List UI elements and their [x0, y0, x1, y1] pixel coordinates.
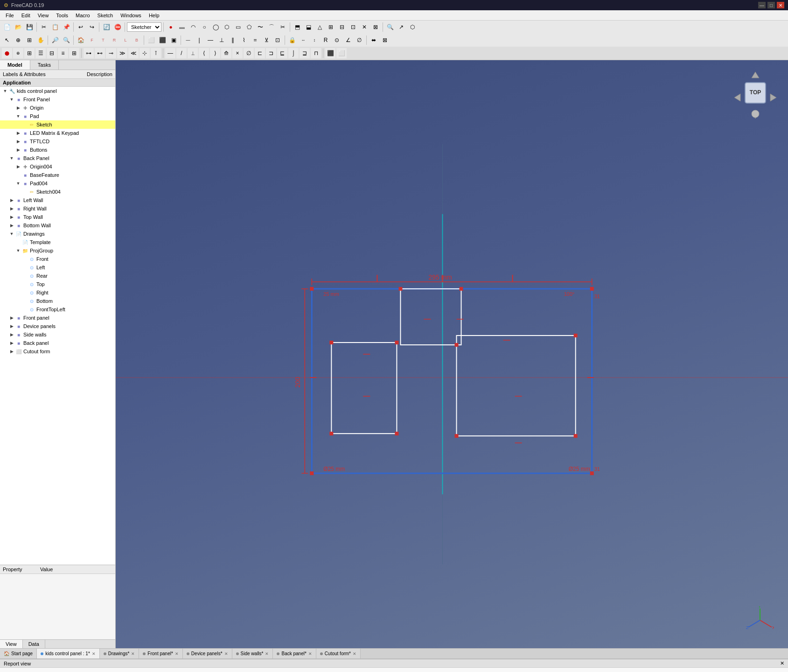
tree-item-pad004[interactable]: ▼ ■ Pad004	[0, 179, 115, 188]
geom-btn2[interactable]: /	[176, 48, 187, 58]
tree-item-back-panel[interactable]: ▼ ■ Back Panel	[0, 154, 115, 162]
tab-kids-control-panel[interactable]: kids control panel : 1* ✕	[37, 649, 100, 658]
tree-item-rear-view[interactable]: ⊙ Rear	[0, 272, 115, 280]
menu-windows[interactable]: Windows	[117, 12, 145, 19]
sketch-btn8[interactable]: ✕	[359, 22, 370, 32]
expand-rear-view[interactable]	[21, 273, 28, 279]
view-front-btn[interactable]: F	[87, 35, 97, 45]
view-home-btn[interactable]: 🏠	[76, 35, 86, 45]
expand-back-panel[interactable]: ▼	[8, 155, 15, 161]
view-left-btn[interactable]: L	[120, 35, 131, 45]
stop-btn[interactable]: ⛔	[112, 22, 123, 32]
tab-view[interactable]: View	[0, 640, 23, 648]
shaded-btn[interactable]: ⬛	[157, 35, 167, 45]
close-button[interactable]: ✕	[777, 2, 784, 8]
view-back-btn[interactable]: B	[132, 35, 142, 45]
tree-item-origin004[interactable]: ▶ ✚ Origin004	[0, 162, 115, 171]
new-file-btn[interactable]: 📄	[2, 22, 12, 32]
minimize-button[interactable]: —	[758, 2, 766, 8]
sk3-btn5[interactable]: ⊟	[47, 48, 57, 58]
geom-btn10[interactable]: ⊐	[266, 48, 276, 58]
geom-btn9[interactable]: ⊏	[255, 48, 265, 58]
tab-cutout-form[interactable]: Cutout form* ✕	[316, 649, 361, 658]
constr-block-btn[interactable]: ⊡	[272, 35, 283, 45]
expand-base-feature[interactable]	[15, 172, 21, 178]
fillet-btn[interactable]: ⌒	[266, 22, 277, 32]
sketch-btn7[interactable]: ⊡	[348, 22, 358, 32]
arr-btn7[interactable]: ⊺	[151, 48, 161, 58]
polyline-btn[interactable]: ⬡	[222, 22, 232, 32]
constr-tang-btn[interactable]: ⌇	[239, 35, 249, 45]
tree-item-tftlcd[interactable]: ▶ ■ TFTLCD	[0, 137, 115, 146]
zoom-area-btn[interactable]: ⊞	[24, 35, 35, 45]
expand-pad004[interactable]: ▼	[15, 180, 21, 187]
workbench-selector[interactable]: Sketcher	[127, 22, 161, 32]
menu-sketch[interactable]: Sketch	[94, 12, 117, 19]
arr-btn5[interactable]: ≪	[128, 48, 139, 58]
expand-origin[interactable]: ▶	[15, 105, 21, 111]
sk3-btn7[interactable]: ⊞	[69, 48, 79, 58]
expand-top-view[interactable]	[21, 281, 28, 287]
tree-item-front-view[interactable]: ⊙ Front	[0, 255, 115, 263]
geom-btn8[interactable]: ∅	[244, 48, 254, 58]
sketch-btn5[interactable]: ⊞	[326, 22, 336, 32]
nav-cube[interactable]: TOP	[732, 70, 779, 116]
expand-sketch[interactable]	[21, 121, 28, 128]
expand-front-panel-grp[interactable]: ▶	[8, 315, 15, 321]
tree-item-bottom-wall[interactable]: ▶ ■ Bottom Wall	[0, 221, 115, 230]
flatlines-btn[interactable]: ▣	[168, 35, 179, 45]
wireframe-btn[interactable]: ⬜	[146, 35, 156, 45]
expand-sketch004[interactable]	[21, 189, 28, 195]
tree-item-left-wall[interactable]: ▶ ■ Left Wall	[0, 196, 115, 204]
geom-btn5[interactable]: ⟩	[210, 48, 220, 58]
tab-tasks[interactable]: Tasks	[30, 60, 59, 70]
geom-btn7[interactable]: ×	[232, 48, 243, 58]
tab-back-close[interactable]: ✕	[308, 651, 312, 656]
paste-btn[interactable]: 📌	[61, 22, 71, 32]
sketch-btn3[interactable]: ⬓	[303, 22, 314, 32]
spline-btn[interactable]: 〜	[255, 22, 265, 32]
dim-lock-btn[interactable]: 🔒	[287, 35, 297, 45]
expand-cutout-form[interactable]: ▶	[8, 348, 15, 355]
view-top-btn[interactable]: T	[98, 35, 108, 45]
maximize-button[interactable]: □	[767, 2, 775, 8]
expand-buttons[interactable]: ▶	[15, 147, 21, 153]
view3d-btn1[interactable]: 🔍	[385, 22, 395, 32]
tree-item-cutout-form[interactable]: ▶ ⬜ Cutout form	[0, 347, 115, 356]
expand-bottom-wall[interactable]: ▶	[8, 222, 15, 229]
tree-item-front-panel[interactable]: ▼ ■ Front Panel	[0, 95, 115, 104]
sketch-btn2[interactable]: ⬒	[292, 22, 302, 32]
expand-front-view[interactable]	[21, 256, 28, 262]
constr-fix-btn[interactable]: —	[183, 35, 193, 45]
tree-item-drawings[interactable]: ▼ 📄 Drawings	[0, 230, 115, 238]
line-btn[interactable]: ▬	[177, 22, 187, 32]
point-btn[interactable]: ●	[166, 22, 176, 32]
tree-item-sketch004[interactable]: ✏ Sketch004	[0, 188, 115, 196]
menu-macro[interactable]: Macro	[72, 12, 94, 19]
tab-side-close[interactable]: ✕	[265, 651, 269, 656]
tree-item-top-view[interactable]: ⊙ Top	[0, 280, 115, 288]
expand-top-wall[interactable]: ▶	[8, 214, 15, 220]
tree-item-kids-control-panel[interactable]: ▼ 🔧 kids control panel	[0, 87, 115, 95]
trim-btn[interactable]: ✂	[278, 22, 288, 32]
sketch-btn9[interactable]: ⊠	[370, 22, 381, 32]
ext-edge-btn[interactable]: ⬌	[369, 35, 379, 45]
expand-left-view[interactable]	[21, 264, 28, 271]
expand-template[interactable]	[15, 239, 21, 245]
refresh-btn[interactable]: 🔄	[101, 22, 112, 32]
rect-btn[interactable]: ▭	[233, 22, 243, 32]
arr-btn1[interactable]: ⊶	[84, 48, 94, 58]
menu-edit[interactable]: Edit	[18, 12, 34, 19]
tree-item-right-wall[interactable]: ▶ ■ Right Wall	[0, 204, 115, 213]
expand-fronttopleft[interactable]	[21, 306, 28, 313]
sk3-btn6[interactable]: ≡	[58, 48, 68, 58]
geom-btn12[interactable]: ⌡	[288, 48, 299, 58]
open-btn[interactable]: 📂	[13, 22, 23, 32]
geom-btn13[interactable]: ⊒	[300, 48, 310, 58]
menu-view[interactable]: View	[34, 12, 53, 19]
constr-par-btn[interactable]: ∥	[228, 35, 238, 45]
expand-drawings[interactable]: ▼	[8, 231, 15, 237]
geom-btn11[interactable]: ⊑	[277, 48, 287, 58]
tab-kids-close[interactable]: ✕	[92, 651, 96, 656]
tree-item-pad[interactable]: ▼ ■ Pad	[0, 112, 115, 120]
